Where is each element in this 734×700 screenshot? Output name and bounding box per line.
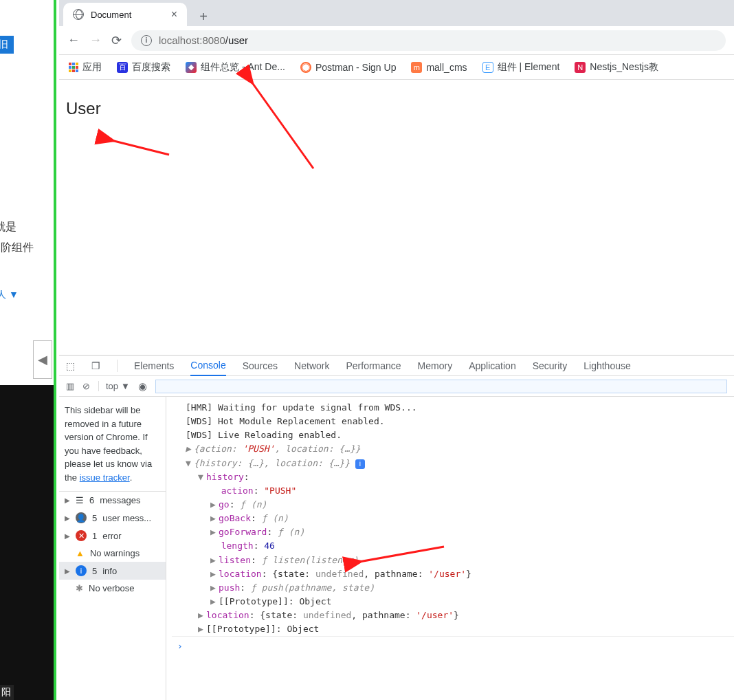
side-text-2: 高阶组件 — [0, 241, 34, 255]
console-prompt[interactable]: › — [172, 636, 734, 656]
log-line: [WDS] Live Reloading enabled. — [172, 428, 734, 442]
inspect-icon[interactable]: ⬚ — [66, 360, 75, 371]
bookmarks-bar: 应用 百百度搜索 ◆组件总览 - Ant De... ◯Postman - Si… — [59, 55, 734, 80]
verbose-icon: ✱ — [76, 583, 83, 593]
tab-elements[interactable]: Elements — [134, 360, 174, 371]
context-dropdown[interactable]: top ▼ — [98, 381, 130, 391]
url-host: localhost: — [159, 34, 202, 46]
collapse-chevron[interactable]: ◀ — [33, 340, 52, 379]
tab-lighthouse[interactable]: Lighthouse — [583, 360, 631, 371]
console-filter-bar: ▥ ⊘ top ▼ ◉ — [59, 376, 734, 397]
blue-pill: 旧 — [0, 36, 14, 54]
address-bar[interactable]: i localhost:8080/user — [131, 30, 726, 51]
bookmark-nestjs[interactable]: NNestjs_Nestjs教 — [575, 61, 658, 74]
tab-sources[interactable]: Sources — [243, 360, 278, 371]
list-icon: ☰ — [76, 495, 84, 505]
tab-console[interactable]: Console — [190, 360, 225, 376]
tab-memory[interactable]: Memory — [418, 360, 453, 371]
tab-network[interactable]: Network — [294, 360, 329, 371]
filter-warnings[interactable]: ▲No warnings — [59, 545, 166, 562]
filter-input[interactable] — [155, 380, 727, 393]
bookmark-postman[interactable]: ◯Postman - Sign Up — [300, 62, 397, 73]
new-tab-button[interactable]: + — [194, 7, 213, 26]
tab-security[interactable]: Security — [533, 360, 568, 371]
sidebar-toggle-icon[interactable]: ▥ — [66, 381, 74, 391]
page-content: User — [59, 88, 734, 355]
live-expression-icon[interactable]: ◉ — [138, 380, 147, 393]
sidebar-note: This sidebar will be removed in a future… — [59, 397, 166, 491]
device-toggle-icon[interactable]: ❐ — [91, 360, 100, 371]
user-icon: 👤 — [76, 512, 87, 523]
warning-icon: ▲ — [76, 548, 85, 558]
bookmark-antd[interactable]: ◆组件总览 - Ant De... — [186, 61, 285, 74]
devtools-tabs: ⬚ ❐ Elements Console Sources Network Per… — [59, 356, 734, 376]
name-chip: 阳 — [0, 685, 14, 700]
globe-icon — [73, 9, 84, 20]
tab-title: Document — [91, 10, 131, 20]
bookmark-baidu[interactable]: 百百度搜索 — [117, 61, 170, 74]
console-sidebar: This sidebar will be removed in a future… — [59, 397, 166, 700]
filter-verbose[interactable]: ✱No verbose — [59, 580, 166, 597]
browser-chrome: Document × + ← → ⟳ i localhost:8080/user… — [59, 0, 734, 88]
back-button[interactable]: ← — [67, 33, 80, 47]
log-line: [HMR] Waiting for update signal from WDS… — [172, 401, 734, 415]
log-line: [WDS] Hot Module Replacement enabled. — [172, 415, 734, 428]
site-info-icon[interactable]: i — [141, 35, 152, 46]
side-text-1: uter 就是 — [0, 220, 16, 234]
close-icon[interactable]: × — [171, 8, 177, 21]
chevron-down-icon: ▼ — [121, 381, 130, 391]
tab-strip: Document × + — [59, 0, 734, 26]
url-path: /user — [225, 34, 248, 46]
info-icon: i — [76, 565, 87, 576]
info-badge-icon: i — [355, 459, 365, 469]
filter-user[interactable]: ▶👤5 user mess... — [59, 509, 166, 527]
apps-button[interactable]: 应用 — [69, 61, 102, 74]
side-dropdown[interactable]: 人 ▼ — [0, 289, 19, 301]
error-icon: ✕ — [76, 530, 87, 541]
console-output: [HMR] Waiting for update signal from WDS… — [166, 397, 734, 700]
reload-button[interactable]: ⟳ — [111, 33, 122, 48]
nav-toolbar: ← → ⟳ i localhost:8080/user — [59, 26, 734, 55]
forward-button[interactable]: → — [89, 33, 102, 47]
issue-tracker-link[interactable]: issue tracker — [80, 472, 130, 483]
tab-performance[interactable]: Performance — [346, 360, 401, 371]
devtools-panel: ⬚ ❐ Elements Console Sources Network Per… — [59, 355, 734, 700]
filter-errors[interactable]: ▶✕1 error — [59, 527, 166, 545]
filter-messages[interactable]: ▶☰6 messages — [59, 492, 166, 509]
tab-application[interactable]: Application — [469, 360, 516, 371]
filter-info[interactable]: ▶i5 info — [59, 562, 166, 580]
page-title: User — [66, 99, 727, 118]
log-object-expanded[interactable]: ▼{history: {…}, location: {…}} i — [172, 457, 734, 470]
clear-console-icon[interactable]: ⊘ — [82, 381, 90, 391]
bookmark-mall[interactable]: mmall_cms — [411, 62, 467, 73]
log-object[interactable]: ▶{action: 'PUSH', location: {…}} — [172, 442, 734, 456]
bookmark-element[interactable]: E组件 | Element — [482, 61, 560, 74]
dark-area: 讲话: 张仁阳 阳 — [0, 385, 56, 700]
browser-tab[interactable]: Document × — [63, 3, 187, 26]
external-sidebar: 旧 uter 就是 高阶组件 人 ▼ ◀ 讲话: 张仁阳 阳 — [0, 0, 56, 700]
